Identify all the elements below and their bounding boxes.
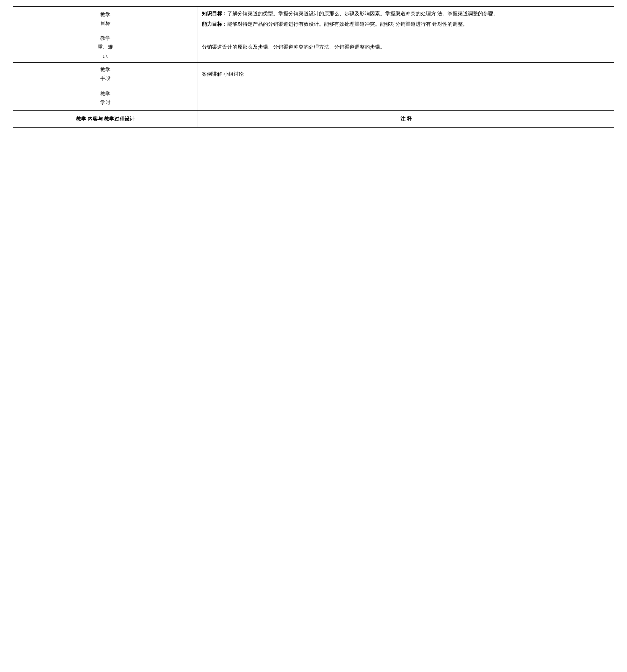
label-key-points: 教学重、难点	[13, 31, 198, 63]
table-row-methods: 教学手段 案例讲解 小组讨论	[13, 62, 614, 85]
lesson-plan-table: 教学 目标 知识目标：了解分销渠道的类型。掌握分销渠道设计的原那么、步骤及影响因…	[13, 6, 614, 127]
content-methods: 案例讲解 小组讨论	[198, 62, 614, 85]
footer-left-label: 教学 内容与 教学过程设计	[13, 111, 198, 127]
table-row-hours: 教学学时	[13, 85, 614, 111]
table-row-objectives: 教学 目标 知识目标：了解分销渠道的类型。掌握分销渠道设计的原那么、步骤及影响因…	[13, 7, 614, 31]
content-hours	[198, 85, 614, 111]
table-row-footer: 教学 内容与 教学过程设计 注 释	[13, 111, 614, 127]
ability-objective: 能力目标：能够对特定产品的分销渠道进行有效设计。能够有效处理渠道冲突。能够对分销…	[202, 20, 610, 28]
knowledge-text: 了解分销渠道的类型。掌握分销渠道设计的原那么、步骤及影响因素。掌握渠道冲突的处理…	[227, 11, 498, 16]
table-row-key-points: 教学重、难点 分销渠道设计的原那么及步骤、分销渠道冲突的处理方法、分销渠道调整的…	[13, 31, 614, 63]
ability-text: 能够对特定产品的分销渠道进行有效设计。能够有效处理渠道冲突。能够对分销渠道进行有…	[227, 21, 468, 27]
footer-right-label: 注 释	[198, 111, 614, 127]
label-methods: 教学手段	[13, 62, 198, 85]
label-objectives: 教学 目标	[13, 7, 198, 31]
content-key-points: 分销渠道设计的原那么及步骤、分销渠道冲突的处理方法、分销渠道调整的步骤。	[198, 31, 614, 63]
ability-label: 能力目标：	[202, 21, 227, 27]
content-objectives: 知识目标：了解分销渠道的类型。掌握分销渠道设计的原那么、步骤及影响因素。掌握渠道…	[198, 7, 614, 31]
knowledge-objective: 知识目标：了解分销渠道的类型。掌握分销渠道设计的原那么、步骤及影响因素。掌握渠道…	[202, 9, 610, 18]
knowledge-label: 知识目标：	[202, 11, 227, 16]
label-hours: 教学学时	[13, 85, 198, 111]
